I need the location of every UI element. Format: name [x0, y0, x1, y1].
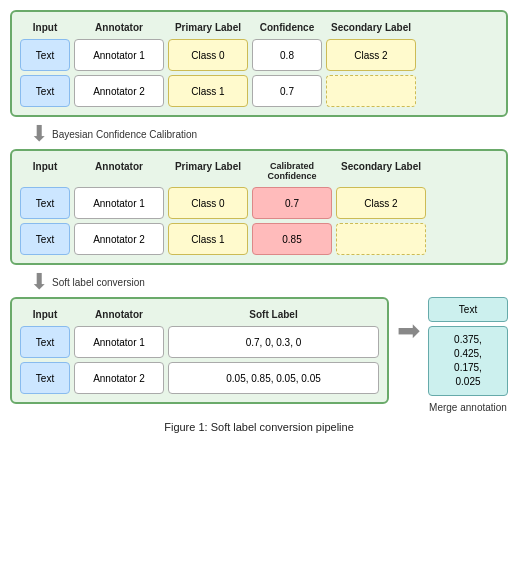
- table-row: Class 1: [168, 75, 248, 107]
- col-header-annotator-3: Annotator: [74, 307, 164, 322]
- table-row: Text: [20, 223, 70, 255]
- merge-output: Text 0.375, 0.425, 0.175, 0.025 Merge an…: [428, 297, 508, 413]
- table-row: Text: [20, 326, 70, 358]
- table-row: 0.85: [252, 223, 332, 255]
- table-row: 0.7: [252, 75, 322, 107]
- panel-1: Input Annotator Primary Label Confidence…: [10, 10, 508, 117]
- col-header-input: Input: [20, 20, 70, 35]
- table-row: Text: [20, 39, 70, 71]
- panel-3: Input Annotator Soft Label Text Annotato…: [10, 297, 389, 404]
- table-row: Class 1: [168, 223, 248, 255]
- bottom-section: Input Annotator Soft Label Text Annotato…: [10, 297, 508, 413]
- merge-text-cell: Text: [428, 297, 508, 322]
- table-row: Annotator 1: [74, 187, 164, 219]
- table-2: Input Annotator Primary Label Calibrated…: [20, 159, 498, 255]
- table-row: Annotator 2: [74, 362, 164, 394]
- table-row: Class 2: [336, 187, 426, 219]
- table-row: Annotator 2: [74, 223, 164, 255]
- col-header-confidence: Confidence: [252, 20, 322, 35]
- right-arrow-icon: ➡: [397, 317, 420, 345]
- table-row: Text: [20, 75, 70, 107]
- col-header-primary-2: Primary Label: [168, 159, 248, 183]
- col-header-secondary-2: Secondary Label: [336, 159, 426, 183]
- down-arrow-icon-2: ⬇: [30, 271, 48, 293]
- figure-caption: Figure 1: Soft label conversion pipeline: [10, 421, 508, 433]
- arrow-1-label: Bayesian Confidence Calibration: [52, 129, 197, 140]
- table-3: Input Annotator Soft Label Text Annotato…: [20, 307, 379, 394]
- panel-3-wrapper: Input Annotator Soft Label Text Annotato…: [10, 297, 389, 410]
- table-1: Input Annotator Primary Label Confidence…: [20, 20, 498, 107]
- table-row: Text: [20, 187, 70, 219]
- table-row: [326, 75, 416, 107]
- arrow-1: ⬇ Bayesian Confidence Calibration: [30, 123, 508, 145]
- col-header-input-2: Input: [20, 159, 70, 183]
- table-row: 0.05, 0.85, 0.05, 0.05: [168, 362, 379, 394]
- table-row: Annotator 1: [74, 39, 164, 71]
- merge-value-cell: 0.375, 0.425, 0.175, 0.025: [428, 326, 508, 396]
- col-header-input-3: Input: [20, 307, 70, 322]
- col-header-primary: Primary Label: [168, 20, 248, 35]
- table-row: Annotator 2: [74, 75, 164, 107]
- table-row: Class 0: [168, 39, 248, 71]
- down-arrow-icon: ⬇: [30, 123, 48, 145]
- panel-2: Input Annotator Primary Label Calibrated…: [10, 149, 508, 265]
- table-row: 0.7, 0, 0.3, 0: [168, 326, 379, 358]
- col-header-annotator: Annotator: [74, 20, 164, 35]
- table-row: Class 0: [168, 187, 248, 219]
- col-header-softlabel: Soft Label: [168, 307, 379, 322]
- table-row: Annotator 1: [74, 326, 164, 358]
- merge-label: Merge annotation: [429, 402, 507, 413]
- arrow-2: ⬇ Soft label conversion: [30, 271, 508, 293]
- table-row: Class 2: [326, 39, 416, 71]
- table-row: [336, 223, 426, 255]
- arrow-2-label: Soft label conversion: [52, 277, 145, 288]
- col-header-calibrated: CalibratedConfidence: [252, 159, 332, 183]
- table-row: 0.8: [252, 39, 322, 71]
- table-row: Text: [20, 362, 70, 394]
- table-row: 0.7: [252, 187, 332, 219]
- col-header-annotator-2: Annotator: [74, 159, 164, 183]
- col-header-secondary: Secondary Label: [326, 20, 416, 35]
